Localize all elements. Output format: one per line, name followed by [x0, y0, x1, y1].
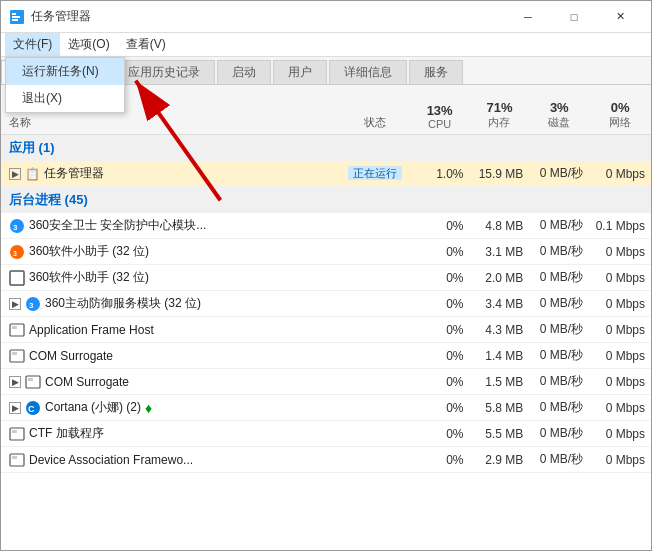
svg-rect-14	[12, 352, 17, 355]
process-icon: 3	[9, 244, 25, 260]
tab-users[interactable]: 用户	[273, 60, 327, 84]
maximize-button[interactable]: □	[551, 1, 597, 33]
svg-text:3: 3	[13, 223, 18, 232]
process-cpu: 0%	[410, 297, 470, 311]
minimize-button[interactable]: ─	[505, 1, 551, 33]
svg-rect-19	[10, 428, 24, 440]
table-row[interactable]: ▶ 3 360主动防御服务模块 (32 位) 0% 3.4 MB 0 MB/秒 …	[1, 291, 651, 317]
svg-rect-11	[10, 324, 24, 336]
svg-rect-1	[12, 13, 16, 15]
expand-button[interactable]: ▶	[9, 168, 21, 180]
process-icon: C	[25, 400, 41, 416]
process-icon: 3	[9, 218, 25, 234]
table-row[interactable]: CTF 加载程序 0% 5.5 MB 0 MB/秒 0 Mbps	[1, 421, 651, 447]
task-manager-window: 任务管理器 ─ □ ✕ 文件(F) 选项(O) 查看(V) 运行新任务(N) 退…	[0, 0, 652, 551]
window-title: 任务管理器	[31, 8, 91, 25]
process-mem: 4.3 MB	[470, 323, 530, 337]
table-row[interactable]: ▶ 📋 任务管理器 正在运行 1.0% 15.9 MB 0 MB/秒 0 Mbp…	[1, 161, 651, 187]
svg-rect-3	[12, 19, 18, 21]
process-cpu: 0%	[410, 245, 470, 259]
process-name: ▶ 3 360主动防御服务模块 (32 位)	[1, 295, 340, 312]
process-mem: 4.8 MB	[470, 219, 530, 233]
apps-section-header: 应用 (1)	[1, 135, 651, 161]
process-net: 0 Mbps	[589, 297, 651, 311]
process-mem: 15.9 MB	[470, 167, 530, 181]
tab-startup[interactable]: 启动	[217, 60, 271, 84]
svg-rect-2	[12, 16, 20, 18]
col-header-cpu[interactable]: 13% CPU	[410, 103, 470, 130]
table-row[interactable]: ▶ C Cortana (小娜) (2) ♦ 0% 5.8 MB 0 MB/秒 …	[1, 395, 651, 421]
tab-app-history[interactable]: 应用历史记录	[113, 60, 215, 84]
process-name: CTF 加载程序	[1, 425, 340, 442]
svg-text:3: 3	[29, 301, 34, 310]
col-header-status[interactable]: 状态	[340, 115, 410, 130]
table-row[interactable]: 360软件小助手 (32 位) 0% 2.0 MB 0 MB/秒 0 Mbps	[1, 265, 651, 291]
menu-bar: 文件(F) 选项(O) 查看(V) 运行新任务(N) 退出(X)	[1, 33, 651, 57]
col-header-net[interactable]: 0% 网络	[589, 100, 651, 130]
process-name: 3 360软件小助手 (32 位)	[1, 243, 340, 260]
process-mem: 2.0 MB	[470, 271, 530, 285]
process-disk: 0 MB/秒	[529, 217, 589, 234]
process-disk: 0 MB/秒	[529, 243, 589, 260]
process-cpu: 0%	[410, 323, 470, 337]
process-name: ▶ 📋 任务管理器	[1, 165, 340, 182]
process-list[interactable]: 应用 (1) ▶ 📋 任务管理器 正在运行 1.0% 15.9 MB 0 MB/…	[1, 135, 651, 550]
process-name: Device Association Framewo...	[1, 452, 340, 468]
table-row[interactable]: COM Surrogate 0% 1.4 MB 0 MB/秒 0 Mbps	[1, 343, 651, 369]
process-mem: 3.4 MB	[470, 297, 530, 311]
svg-rect-20	[12, 430, 17, 433]
title-controls: ─ □ ✕	[505, 1, 643, 33]
process-disk: 0 MB/秒	[529, 295, 589, 312]
table-row[interactable]: ▶ COM Surrogate 0% 1.5 MB 0 MB/秒 0 Mbps	[1, 369, 651, 395]
process-disk: 0 MB/秒	[529, 451, 589, 468]
process-net: 0 Mbps	[589, 271, 651, 285]
close-button[interactable]: ✕	[597, 1, 643, 33]
menu-file[interactable]: 文件(F)	[5, 33, 60, 56]
process-cpu: 0%	[410, 349, 470, 363]
col-header-name[interactable]: 名称	[1, 115, 340, 130]
process-icon	[9, 348, 25, 364]
svg-rect-13	[10, 350, 24, 362]
svg-rect-15	[26, 376, 40, 388]
process-name: ▶ C Cortana (小娜) (2) ♦	[1, 399, 340, 416]
col-header-mem[interactable]: 71% 内存	[470, 100, 530, 130]
tab-services[interactable]: 服务	[409, 60, 463, 84]
process-icon	[9, 426, 25, 442]
process-net: 0 Mbps	[589, 401, 651, 415]
cortana-pin-icon: ♦	[145, 400, 152, 416]
menu-options[interactable]: 选项(O)	[60, 33, 117, 56]
process-disk: 0 MB/秒	[529, 321, 589, 338]
process-name: COM Surrogate	[1, 348, 340, 364]
svg-rect-22	[12, 456, 17, 459]
menu-exit[interactable]: 退出(X)	[6, 85, 124, 112]
svg-rect-12	[12, 326, 17, 329]
table-row[interactable]: Application Frame Host 0% 4.3 MB 0 MB/秒 …	[1, 317, 651, 343]
svg-rect-21	[10, 454, 24, 466]
process-cpu: 0%	[410, 427, 470, 441]
table-row[interactable]: 3 360安全卫士 安全防护中心模块... 0% 4.8 MB 0 MB/秒 0…	[1, 213, 651, 239]
table-row[interactable]: Device Association Framewo... 0% 2.9 MB …	[1, 447, 651, 473]
process-cpu: 0%	[410, 453, 470, 467]
process-name: Application Frame Host	[1, 322, 340, 338]
process-disk: 0 MB/秒	[529, 165, 589, 182]
menu-view[interactable]: 查看(V)	[118, 33, 174, 56]
expand-button[interactable]: ▶	[9, 298, 21, 310]
title-bar: 任务管理器 ─ □ ✕	[1, 1, 651, 33]
tab-details[interactable]: 详细信息	[329, 60, 407, 84]
svg-rect-16	[28, 378, 33, 381]
svg-rect-8	[10, 271, 24, 285]
process-net: 0 Mbps	[589, 167, 651, 181]
process-disk: 0 MB/秒	[529, 347, 589, 364]
expand-button[interactable]: ▶	[9, 402, 21, 414]
col-header-disk[interactable]: 3% 磁盘	[529, 100, 589, 130]
process-icon	[9, 322, 25, 338]
process-disk: 0 MB/秒	[529, 399, 589, 416]
process-icon: 📋	[25, 167, 40, 181]
menu-run-new-task[interactable]: 运行新任务(N)	[6, 58, 124, 85]
process-icon	[25, 374, 41, 390]
process-net: 0 Mbps	[589, 427, 651, 441]
table-row[interactable]: 3 360软件小助手 (32 位) 0% 3.1 MB 0 MB/秒 0 Mbp…	[1, 239, 651, 265]
expand-button[interactable]: ▶	[9, 376, 21, 388]
process-net: 0 Mbps	[589, 453, 651, 467]
process-mem: 1.5 MB	[470, 375, 530, 389]
